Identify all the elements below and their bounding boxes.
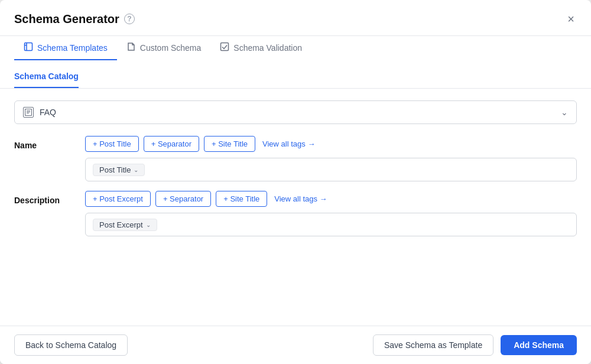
- name-field-label: Name: [14, 136, 73, 150]
- name-separator-btn[interactable]: + Separator: [144, 136, 199, 152]
- name-token-chevron-icon: ⌄: [134, 167, 138, 173]
- close-button[interactable]: ×: [565, 11, 577, 27]
- description-token-input[interactable]: Post Excerpt ⌄: [85, 213, 577, 236]
- modal-footer: Back to Schema Catalog Save Schema as Te…: [0, 326, 591, 364]
- tab-custom-schema-label: Custom Schema: [140, 43, 201, 53]
- tab-schema-validation[interactable]: Schema Validation: [210, 36, 311, 60]
- svg-rect-0: [25, 43, 33, 51]
- modal-title-row: Schema Generator ?: [14, 12, 135, 34]
- name-post-title-btn[interactable]: + Post Title: [85, 136, 139, 152]
- modal-title: Schema Generator: [14, 12, 119, 26]
- help-icon[interactable]: ?: [124, 14, 135, 24]
- schema-select-left: FAQ: [23, 107, 56, 118]
- content-area: FAQ ⌄ Name + Post Title + Separator + Si…: [0, 89, 591, 258]
- description-token-chevron-icon: ⌄: [146, 222, 151, 228]
- modal-header: Schema Generator ? ×: [0, 0, 591, 36]
- save-template-button[interactable]: Save Schema as Template: [373, 334, 493, 356]
- tab-schema-templates-label: Schema Templates: [37, 43, 108, 53]
- tabs-row: Schema Templates Custom Schema Schema Va…: [0, 36, 591, 60]
- name-tag-buttons: + Post Title + Separator + Site Title Vi…: [85, 136, 577, 152]
- svg-rect-3: [221, 43, 229, 51]
- description-separator-btn[interactable]: + Separator: [155, 191, 211, 207]
- description-field-controls: + Post Excerpt + Separator + Site Title …: [85, 191, 577, 236]
- footer-right: Save Schema as Template Add Schema: [373, 334, 577, 356]
- schema-select-value: FAQ: [40, 108, 56, 117]
- tab-schema-validation-label: Schema Validation: [233, 43, 302, 53]
- chevron-down-icon: ⌄: [561, 108, 568, 117]
- schema-dropdown[interactable]: FAQ ⌄: [14, 100, 577, 124]
- tab-schema-templates[interactable]: Schema Templates: [14, 36, 117, 60]
- section-tab-schema-catalog[interactable]: Schema Catalog: [14, 72, 79, 88]
- description-field-row: Description + Post Excerpt + Separator +…: [14, 191, 577, 236]
- description-tag-buttons: + Post Excerpt + Separator + Site Title …: [85, 191, 577, 207]
- faq-icon: [23, 107, 34, 118]
- modal-body: Schema Catalog: [0, 60, 591, 326]
- tab-custom-schema[interactable]: Custom Schema: [117, 36, 210, 60]
- section-tabs: Schema Catalog: [0, 60, 591, 89]
- add-schema-button[interactable]: Add Schema: [501, 335, 577, 355]
- name-token-value: Post Title: [99, 165, 131, 174]
- description-site-title-btn[interactable]: + Site Title: [216, 191, 267, 207]
- back-to-catalog-button[interactable]: Back to Schema Catalog: [14, 334, 128, 356]
- name-token[interactable]: Post Title ⌄: [93, 164, 145, 176]
- schema-generator-modal: Schema Generator ? × Schema Templates: [0, 0, 591, 364]
- description-token-value: Post Excerpt: [99, 220, 143, 229]
- schema-templates-icon: [24, 42, 33, 53]
- schema-select-row: FAQ ⌄: [14, 100, 577, 124]
- description-token[interactable]: Post Excerpt ⌄: [93, 219, 157, 231]
- name-field-row: Name + Post Title + Separator + Site Tit…: [14, 136, 577, 181]
- schema-validation-icon: [220, 42, 229, 53]
- name-token-input[interactable]: Post Title ⌄: [85, 158, 577, 181]
- name-field-controls: + Post Title + Separator + Site Title Vi…: [85, 136, 577, 181]
- description-field-label: Description: [14, 191, 73, 205]
- name-site-title-btn[interactable]: + Site Title: [204, 136, 255, 152]
- custom-schema-icon: [126, 42, 136, 53]
- description-view-all-link[interactable]: View all tags →: [274, 194, 327, 203]
- name-view-all-link[interactable]: View all tags →: [262, 139, 315, 148]
- description-post-excerpt-btn[interactable]: + Post Excerpt: [85, 191, 151, 207]
